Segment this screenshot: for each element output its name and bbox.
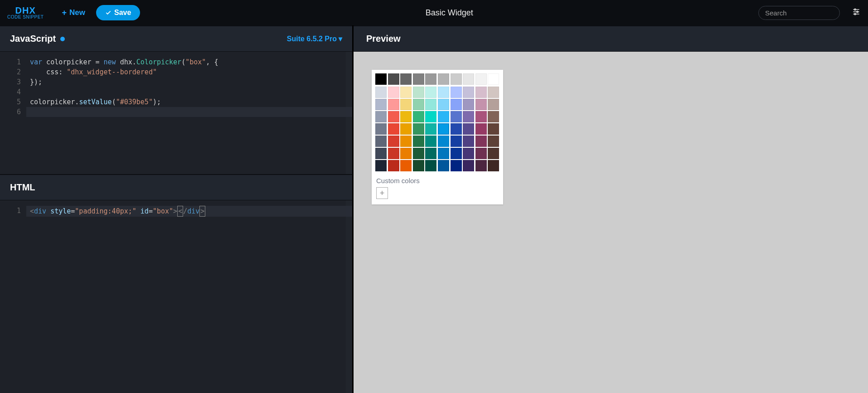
color-swatch[interactable] (375, 111, 387, 122)
color-swatch[interactable] (400, 136, 412, 147)
minimap[interactable] (346, 52, 352, 174)
settings-icon[interactable] (852, 7, 861, 18)
color-swatch[interactable] (375, 87, 387, 98)
version-dropdown[interactable]: Suite 6.5.2 Pro ▾ (287, 34, 342, 43)
html-code[interactable]: <div style="padding:40px;" id="box"></di… (26, 200, 352, 393)
minimap[interactable] (346, 200, 352, 393)
color-swatch[interactable] (438, 148, 449, 159)
color-swatch[interactable] (388, 73, 399, 85)
color-swatch[interactable] (438, 87, 449, 98)
color-swatch[interactable] (488, 136, 499, 147)
color-swatch[interactable] (375, 123, 387, 135)
color-swatch[interactable] (475, 160, 487, 171)
logo-text-top: DHX (15, 6, 36, 15)
color-swatch[interactable] (413, 87, 424, 98)
new-button[interactable]: + New (56, 5, 90, 20)
right-column: Preview Custom colors + (354, 25, 868, 393)
js-code[interactable]: var colorpicker = new dhx.Colorpicker("b… (26, 52, 352, 174)
color-swatch[interactable] (425, 160, 436, 171)
color-swatch[interactable] (425, 148, 436, 159)
color-swatch[interactable] (451, 123, 462, 135)
color-swatch[interactable] (451, 160, 462, 171)
color-swatch[interactable] (475, 111, 487, 122)
color-swatch[interactable] (488, 99, 499, 110)
color-swatch[interactable] (400, 160, 412, 171)
color-swatch[interactable] (438, 99, 449, 110)
color-swatch[interactable] (375, 73, 387, 85)
color-swatch[interactable] (375, 148, 387, 159)
color-swatch[interactable] (425, 99, 436, 110)
color-swatch[interactable] (388, 111, 399, 122)
color-swatch[interactable] (400, 87, 412, 98)
color-swatch[interactable] (438, 136, 449, 147)
color-swatch[interactable] (463, 160, 474, 171)
color-swatch[interactable] (463, 148, 474, 159)
color-swatch[interactable] (375, 136, 387, 147)
color-swatch[interactable] (413, 73, 424, 85)
color-swatch[interactable] (425, 73, 436, 85)
color-swatch[interactable] (475, 123, 487, 135)
color-swatch[interactable] (425, 136, 436, 147)
color-swatch[interactable] (438, 160, 449, 171)
colorpicker-widget: Custom colors + (372, 70, 503, 204)
color-swatch[interactable] (388, 136, 399, 147)
color-swatch[interactable] (388, 99, 399, 110)
color-swatch[interactable] (400, 123, 412, 135)
color-swatch[interactable] (463, 99, 474, 110)
color-swatch[interactable] (463, 111, 474, 122)
color-swatch[interactable] (388, 123, 399, 135)
color-swatch[interactable] (475, 136, 487, 147)
color-swatch[interactable] (388, 160, 399, 171)
color-swatch[interactable] (488, 160, 499, 171)
color-swatch[interactable] (451, 111, 462, 122)
preview-title: Preview (366, 34, 401, 44)
js-editor[interactable]: 123456 var colorpicker = new dhx.Colorpi… (0, 52, 352, 174)
color-swatch[interactable] (451, 99, 462, 110)
color-swatch[interactable] (400, 73, 412, 85)
color-swatch[interactable] (438, 111, 449, 122)
color-swatch[interactable] (400, 99, 412, 110)
color-swatch[interactable] (463, 136, 474, 147)
color-swatch[interactable] (425, 123, 436, 135)
color-swatch[interactable] (488, 73, 499, 85)
color-swatch[interactable] (413, 99, 424, 110)
color-swatch[interactable] (475, 73, 487, 85)
color-swatch[interactable] (451, 87, 462, 98)
color-swatch[interactable] (451, 136, 462, 147)
color-swatch[interactable] (375, 99, 387, 110)
color-swatch[interactable] (438, 73, 449, 85)
color-swatch[interactable] (488, 87, 499, 98)
html-editor[interactable]: 1 <div style="padding:40px;" id="box"></… (0, 200, 352, 393)
color-swatch[interactable] (375, 160, 387, 171)
color-swatch[interactable] (413, 160, 424, 171)
color-swatch[interactable] (451, 148, 462, 159)
color-swatch[interactable] (413, 111, 424, 122)
color-swatch[interactable] (438, 123, 449, 135)
color-swatch[interactable] (463, 73, 474, 85)
color-swatch[interactable] (388, 87, 399, 98)
color-swatch[interactable] (488, 111, 499, 122)
color-swatch[interactable] (451, 73, 462, 85)
color-swatch[interactable] (413, 123, 424, 135)
color-swatch[interactable] (475, 87, 487, 98)
color-swatch[interactable] (488, 123, 499, 135)
check-icon (105, 10, 112, 16)
save-button[interactable]: Save (96, 5, 140, 20)
color-swatch[interactable] (475, 99, 487, 110)
color-swatch[interactable] (413, 148, 424, 159)
js-panel-title: JavaScript (10, 34, 65, 44)
add-custom-color-button[interactable]: + (376, 187, 388, 199)
search-input[interactable] (765, 9, 851, 17)
color-swatch[interactable] (463, 87, 474, 98)
color-swatch[interactable] (400, 111, 412, 122)
color-swatch[interactable] (475, 148, 487, 159)
color-swatch[interactable] (425, 87, 436, 98)
color-swatch[interactable] (400, 148, 412, 159)
caret-down-icon: ▾ (339, 34, 342, 43)
color-swatch[interactable] (425, 111, 436, 122)
color-swatch[interactable] (488, 148, 499, 159)
color-swatch[interactable] (413, 136, 424, 147)
color-swatch[interactable] (388, 148, 399, 159)
search-box[interactable] (758, 6, 840, 20)
color-swatch[interactable] (463, 123, 474, 135)
